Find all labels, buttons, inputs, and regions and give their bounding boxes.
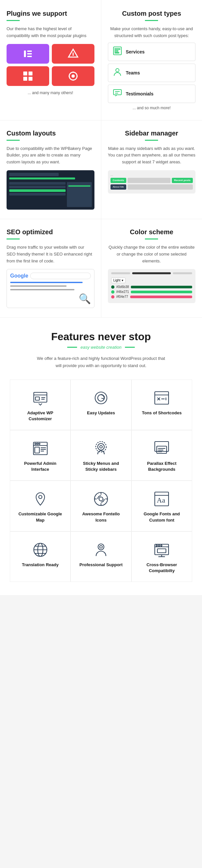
sidebar-row-1: Contents Recent posts (110, 178, 193, 183)
cpt-testimonials-label: Testimonials (126, 91, 154, 96)
preview-main-bar-4 (9, 193, 66, 195)
color-green-line (145, 239, 158, 240)
plugins-more: ... and many many others! (6, 91, 95, 95)
sidebar-input-1 (128, 178, 170, 183)
svg-point-56 (99, 497, 103, 501)
svg-point-20 (116, 68, 119, 72)
feature-admin-label: Powerful Admin Interface (15, 461, 65, 472)
plugins-desc: Our theme has the highest level of compa… (6, 26, 95, 39)
svg-point-54 (39, 495, 42, 499)
svg-point-70 (100, 546, 102, 548)
feature-parallax: Parallax Effect Backgrounds (132, 430, 192, 480)
feat-line-right (125, 347, 135, 348)
cpt-list: Services Teams (108, 43, 196, 103)
feature-updates: Easy Updates (70, 379, 131, 430)
cs-bar-2 (132, 272, 171, 274)
feature-admin: Powerful Admin Interface (10, 430, 70, 480)
seo-line-1 (10, 282, 82, 283)
color-mockup: Light ▾ #0d6b38 #46e271 #f04e77 (108, 269, 196, 303)
seo-title: SEO optimized (6, 228, 95, 236)
parallax-icon (154, 440, 170, 457)
sidebar-manager-section: Sidebar manager Make as many sidebars wi… (101, 120, 202, 219)
feature-map-label: Customizable Google Map (15, 511, 65, 523)
svg-rect-26 (35, 397, 39, 400)
essential-icon (6, 66, 49, 86)
color-title: Color scheme (108, 228, 196, 236)
feat-line-left (67, 347, 77, 348)
fonts-icon: Aa (154, 491, 170, 507)
feature-translation-label: Translation Ready (22, 562, 59, 568)
cs-dot-2 (111, 290, 114, 293)
feature-browser-label: Cross-Browser Compatibilty (137, 562, 187, 574)
cpt-green-line (145, 20, 158, 21)
sidebar-btn-contents: Contents (110, 178, 127, 183)
elementor-icon (6, 44, 49, 64)
svg-point-47 (100, 445, 102, 448)
cpt-title: Custom post types (108, 10, 196, 18)
cs-hex-3: #f04e77 (116, 295, 128, 299)
feature-shortcodes-label: Tons of Shortcodes (142, 410, 182, 416)
cpt-desc: Make your contents handy, easy-to-use an… (108, 26, 196, 39)
cs-select-label: Light (113, 279, 121, 282)
cs-color-row-1: #0d6b38 (111, 285, 193, 289)
feature-support: Professional Support (70, 531, 131, 582)
svg-point-44 (37, 443, 38, 444)
feature-sticky-label: Sticky Menus and Sticky sidebars (76, 461, 126, 472)
feature-fontello-label: Awesome Fontello Icons (76, 511, 126, 523)
svg-point-73 (156, 545, 158, 546)
preview-main-bar-3 (9, 189, 66, 192)
mid-section-2: SEO optimized Drag more traffic to your … (0, 219, 202, 317)
seo-section: SEO optimized Drag more traffic to your … (0, 219, 101, 317)
features-desc: We offer a feature-rich and highly funct… (35, 355, 167, 369)
features-subtitle: easy website creation (80, 345, 121, 350)
seo-line-3 (10, 289, 74, 290)
features-subtitle-line: easy website creation (10, 345, 192, 350)
sidebar-btn-recent: Recent posts (172, 178, 193, 183)
plugins-section: Plugins we support Our theme has the hig… (0, 0, 101, 120)
updates-icon (93, 390, 109, 406)
layouts-desc: Due to compatibility with the WPBakery P… (6, 145, 95, 166)
slider-icon (52, 66, 95, 86)
svg-rect-8 (23, 77, 27, 81)
svg-rect-1 (27, 51, 32, 52)
layouts-green-line (6, 140, 20, 141)
testimonials-icon (113, 88, 122, 99)
svg-point-11 (71, 74, 75, 78)
sidebar-btn-about: About Me (110, 184, 126, 190)
svg-point-45 (39, 443, 40, 444)
feature-translation: Translation Ready (10, 531, 70, 582)
fontello-icon (93, 491, 109, 507)
seo-google-bar: Google (10, 273, 91, 279)
cpt-teams: Teams (108, 64, 196, 82)
cs-select[interactable]: Light ▾ (111, 278, 126, 283)
feature-sticky: Sticky Menus and Sticky sidebars (70, 430, 131, 480)
cpt-teams-label: Teams (126, 70, 140, 75)
cs-swatch-1 (131, 286, 192, 288)
svg-point-29 (95, 392, 107, 404)
preview-content (9, 182, 92, 207)
seo-search-bar (30, 273, 91, 279)
services-icon (113, 46, 122, 57)
preview-bar-2 (9, 178, 75, 180)
svg-rect-7 (29, 71, 32, 75)
feature-browser: Cross-Browser Compatibilty (132, 531, 192, 582)
seo-green-line (6, 239, 20, 240)
cs-bar-3 (173, 272, 192, 274)
cpt-more: ... and so much more! (108, 105, 196, 110)
svg-rect-18 (115, 51, 118, 52)
sidebar-green-line (145, 140, 158, 141)
svg-rect-6 (23, 71, 27, 75)
feature-customizer: Adaptive WP Customizer (10, 379, 70, 430)
cs-dot-3 (111, 295, 114, 299)
svg-rect-39 (35, 447, 39, 453)
mid-section-1: Custom layouts Due to compatibility with… (0, 120, 202, 219)
features-title: Features never stop (10, 331, 192, 343)
svg-rect-19 (115, 53, 119, 53)
seo-line-2 (10, 285, 67, 287)
svg-point-46 (98, 443, 104, 450)
svg-text:Aa: Aa (157, 496, 165, 504)
svg-point-75 (161, 545, 162, 546)
layouts-title: Custom layouts (6, 130, 95, 137)
svg-rect-0 (24, 51, 26, 57)
admin-icon (32, 440, 48, 457)
